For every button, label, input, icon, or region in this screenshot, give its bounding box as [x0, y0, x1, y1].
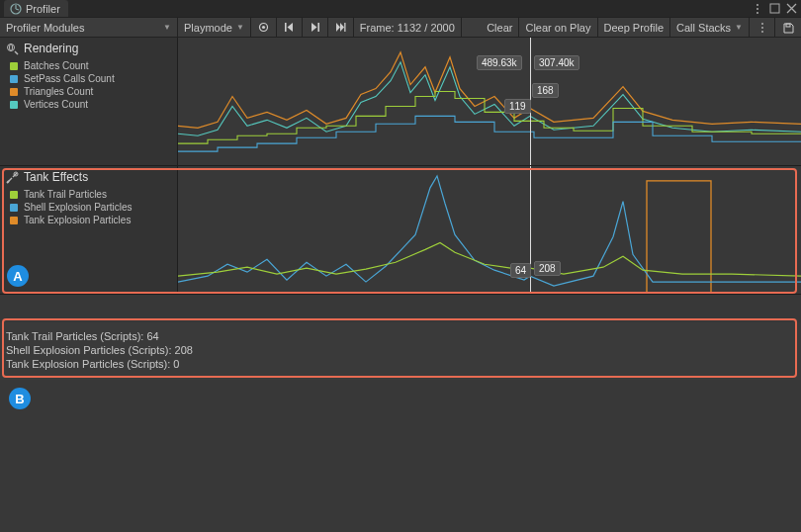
detail-line: Tank Trail Particles (Scripts): 64 [6, 329, 795, 343]
chevron-down-icon: ▼ [163, 23, 171, 32]
legend-swatch [10, 101, 18, 109]
kebab-icon[interactable] [752, 3, 763, 15]
svg-rect-7 [285, 23, 287, 32]
context-menu-button[interactable] [750, 17, 775, 38]
profiler-toolbar: Profiler Modules▼ Playmode▼ Frame: 1132 … [0, 17, 801, 38]
chevron-down-icon: ▼ [236, 23, 244, 32]
legend-label: Batches Count [24, 60, 89, 71]
playmode-dropdown[interactable]: Playmode▼ [178, 17, 251, 38]
rendering-legend: Rendering Batches CountSetPass Calls Cou… [0, 38, 178, 165]
tank-chart[interactable]: 64 208 [178, 166, 801, 294]
legend-swatch [10, 204, 18, 212]
chevron-down-icon: ▼ [735, 23, 743, 32]
tank-trail-value-label: 64 [510, 263, 531, 278]
svg-rect-4 [770, 4, 779, 13]
svg-rect-13 [786, 24, 790, 27]
window-titlebar: Profiler [0, 0, 801, 17]
legend-item[interactable]: Batches Count [6, 59, 171, 72]
svg-point-3 [756, 12, 758, 14]
svg-point-12 [761, 31, 763, 33]
triangles-value-label: 489.63k [477, 55, 522, 70]
legend-item[interactable]: Vertices Count [6, 98, 171, 111]
svg-point-6 [262, 26, 265, 29]
save-data-button[interactable] [775, 17, 801, 38]
legend-swatch [10, 75, 18, 83]
legend-item[interactable]: Triangles Count [6, 85, 171, 98]
last-frame-button[interactable] [328, 17, 354, 38]
rendering-chart[interactable]: 489.63k 307.40k 119 168 [178, 38, 801, 165]
record-button[interactable] [251, 17, 277, 38]
legend-label: Tank Trail Particles [24, 189, 107, 200]
module-tank-effects: Tank Effects Tank Trail ParticlesShell E… [0, 166, 801, 295]
legend-item[interactable]: Shell Explosion Particles [6, 201, 171, 214]
legend-item[interactable]: Tank Explosion Particles [6, 214, 171, 226]
legend-swatch [10, 88, 18, 96]
svg-rect-9 [344, 23, 345, 32]
svg-point-2 [756, 8, 758, 10]
svg-point-11 [761, 27, 763, 29]
svg-point-1 [756, 4, 758, 6]
legend-label: SetPass Calls Count [24, 73, 115, 84]
tank-title: Tank Effects [24, 170, 88, 184]
batches-value-label: 168 [532, 83, 559, 98]
shell-explosion-value-label: 208 [534, 261, 561, 276]
clear-button[interactable]: Clear [481, 17, 519, 38]
window-title: Profiler [26, 3, 60, 15]
legend-label: Tank Explosion Particles [24, 215, 131, 225]
rendering-icon [6, 43, 19, 55]
svg-point-15 [10, 44, 13, 50]
vertices-value-label: 307.40k [534, 55, 579, 70]
rendering-title: Rendering [24, 42, 78, 55]
next-frame-button[interactable] [303, 17, 328, 38]
legend-item[interactable]: SetPass Calls Count [6, 72, 171, 85]
setpass-value-label: 119 [504, 99, 531, 114]
svg-point-14 [8, 44, 15, 50]
call-stacks-dropdown[interactable]: Call Stacks▼ [670, 17, 750, 38]
profiler-icon [10, 3, 22, 15]
detail-line: Tank Explosion Particles (Scripts): 0 [6, 357, 795, 371]
popout-icon[interactable] [769, 3, 780, 14]
deep-profile-button[interactable]: Deep Profile [598, 17, 671, 38]
badge-a: A [7, 265, 29, 287]
legend-label: Triangles Count [24, 86, 93, 97]
legend-label: Shell Explosion Particles [24, 202, 133, 213]
legend-item[interactable]: Tank Trail Particles [6, 188, 171, 201]
profiler-tab[interactable]: Profiler [4, 0, 68, 17]
close-icon[interactable] [786, 3, 797, 14]
svg-point-10 [761, 23, 763, 25]
clear-on-play-button[interactable]: Clear on Play [519, 17, 597, 38]
profiler-modules-dropdown[interactable]: Profiler Modules▼ [0, 17, 178, 38]
module-rendering: Rendering Batches CountSetPass Calls Cou… [0, 38, 801, 166]
svg-rect-17 [647, 181, 711, 294]
prev-frame-button[interactable] [277, 17, 303, 38]
svg-rect-8 [317, 23, 319, 32]
legend-label: Vertices Count [24, 99, 88, 110]
legend-swatch [10, 62, 18, 70]
tools-icon [6, 171, 19, 184]
legend-swatch [10, 217, 18, 224]
detail-line: Shell Explosion Particles (Scripts): 208 [6, 343, 795, 357]
legend-swatch [10, 191, 18, 199]
module-details-panel: Tank Trail Particles (Scripts): 64 Shell… [0, 322, 801, 380]
frame-counter: Frame: 1132 / 2000 [354, 17, 462, 38]
badge-b: B [9, 388, 31, 409]
